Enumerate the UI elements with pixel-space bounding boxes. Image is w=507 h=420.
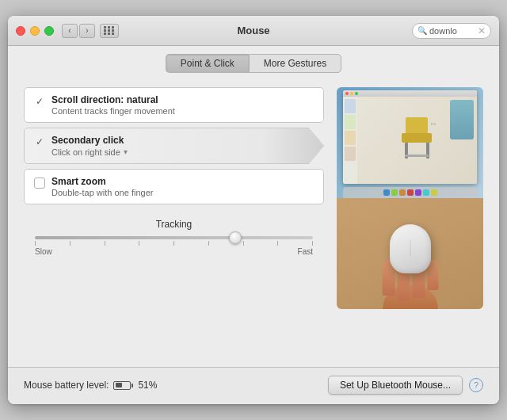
svg-text:irs: irs bbox=[431, 121, 436, 126]
tick-1 bbox=[35, 241, 36, 246]
thumb-3 bbox=[345, 131, 356, 145]
tick-6 bbox=[208, 241, 209, 246]
main-body: ✓ Scroll direction: natural Content trac… bbox=[8, 79, 499, 367]
svg-rect-0 bbox=[406, 117, 428, 135]
screen-dock bbox=[343, 187, 477, 198]
tracking-section: Tracking bbox=[24, 219, 324, 259]
scroll-direction-item: ✓ Scroll direction: natural Content trac… bbox=[24, 87, 324, 123]
nav-buttons: ‹ › bbox=[62, 24, 95, 38]
content-area: Point & Click More Gestures ✓ Scroll dir… bbox=[8, 46, 499, 404]
tracking-slider-thumb[interactable] bbox=[229, 231, 242, 244]
battery-tip bbox=[132, 384, 133, 388]
thumb-4 bbox=[345, 147, 356, 161]
svg-rect-4 bbox=[405, 155, 429, 157]
preview-area: irs bbox=[337, 87, 483, 309]
tab-bar: Point & Click More Gestures bbox=[8, 46, 499, 79]
screen-app-window: irs bbox=[343, 90, 477, 184]
minimize-button[interactable] bbox=[30, 26, 40, 36]
dock-icon-6 bbox=[423, 189, 429, 196]
dock-icon-7 bbox=[431, 189, 437, 196]
tick-7 bbox=[243, 241, 244, 246]
scroll-direction-checkbox[interactable]: ✓ bbox=[34, 96, 45, 107]
battery-icon bbox=[113, 381, 133, 390]
screen-sidebar bbox=[343, 97, 357, 184]
smart-zoom-checkbox[interactable] bbox=[34, 178, 45, 189]
slider-labels: Slow Fast bbox=[32, 246, 316, 256]
window-title: Mouse bbox=[237, 25, 269, 36]
smart-zoom-item: Smart zoom Double-tap with one finger bbox=[24, 169, 324, 204]
grid-icon bbox=[104, 26, 115, 35]
fast-label: Fast bbox=[298, 247, 313, 256]
hand-preview bbox=[337, 198, 483, 309]
secondary-click-item: ✓ Secondary click Click on right side ▾ bbox=[24, 128, 324, 164]
close-button[interactable] bbox=[16, 26, 25, 36]
setup-bluetooth-button[interactable]: Set Up Bluetooth Mouse... bbox=[328, 376, 463, 395]
search-icon: 🔍 bbox=[417, 26, 427, 35]
screen-preview: irs bbox=[337, 87, 483, 198]
screen-content: irs bbox=[343, 97, 477, 184]
dock-icon-3 bbox=[399, 189, 406, 196]
footer: Mouse battery level: 51% Set Up Bluetoot… bbox=[8, 367, 499, 404]
tracking-slider-track bbox=[35, 236, 313, 239]
smart-zoom-subtitle: Double-tap with one finger bbox=[51, 188, 153, 197]
grid-view-button[interactable] bbox=[100, 24, 119, 38]
tick-4 bbox=[139, 241, 139, 246]
mouse-line bbox=[410, 240, 410, 256]
screen-tl-red bbox=[345, 92, 349, 95]
dock-icon-4 bbox=[407, 189, 414, 196]
settings-panel: ✓ Scroll direction: natural Content trac… bbox=[24, 87, 324, 359]
scroll-direction-subtitle: Content tracks finger movement bbox=[51, 106, 175, 116]
tick-2 bbox=[70, 241, 71, 246]
preferences-window: ‹ › Mouse 🔍 downlo ✕ Point & Click More … bbox=[8, 16, 499, 404]
battery-label: Mouse battery level: bbox=[24, 380, 109, 391]
secondary-click-subtitle: Click on right side bbox=[51, 147, 120, 157]
tick-5 bbox=[173, 241, 174, 246]
battery-percent: 51% bbox=[138, 380, 157, 391]
scroll-direction-title: Scroll direction: natural bbox=[51, 94, 175, 105]
slow-label: Slow bbox=[35, 247, 52, 256]
battery-fill bbox=[116, 383, 123, 388]
search-input-display[interactable]: downlo bbox=[429, 26, 478, 36]
back-button[interactable]: ‹ bbox=[62, 24, 78, 38]
battery-info: Mouse battery level: 51% bbox=[24, 380, 157, 391]
secondary-click-title: Secondary click bbox=[51, 135, 128, 146]
forward-button[interactable]: › bbox=[79, 24, 95, 38]
footer-right: Set Up Bluetooth Mouse... ? bbox=[328, 376, 483, 395]
thumb-2 bbox=[345, 115, 356, 129]
screen-titlebar bbox=[343, 90, 477, 97]
tick-8 bbox=[277, 241, 278, 246]
secondary-click-subtitle-row: Click on right side ▾ bbox=[51, 147, 128, 157]
dock-icon-1 bbox=[383, 189, 390, 196]
secondary-click-checkbox[interactable]: ✓ bbox=[34, 136, 45, 147]
mouse-device bbox=[390, 224, 431, 273]
tick-3 bbox=[105, 241, 105, 246]
help-button[interactable]: ? bbox=[469, 378, 483, 392]
tracking-label: Tracking bbox=[32, 219, 316, 230]
chair-illustration: irs bbox=[391, 111, 443, 170]
traffic-lights bbox=[16, 26, 54, 36]
mac-screen-bg: irs bbox=[337, 87, 483, 198]
dock-icon-5 bbox=[415, 189, 421, 196]
screen-main: irs bbox=[357, 97, 477, 184]
battery-body bbox=[113, 381, 131, 390]
screen-tl-yellow bbox=[350, 92, 353, 95]
search-bar[interactable]: 🔍 downlo ✕ bbox=[412, 23, 491, 39]
dock-icon-2 bbox=[391, 189, 398, 196]
thumb-1 bbox=[345, 99, 356, 113]
tab-point-click[interactable]: Point & Click bbox=[166, 54, 249, 73]
smart-zoom-title: Smart zoom bbox=[51, 176, 153, 187]
slider-ticks bbox=[32, 239, 316, 246]
dropdown-arrow-icon[interactable]: ▾ bbox=[124, 147, 128, 156]
scroll-direction-text: Scroll direction: natural Content tracks… bbox=[51, 94, 175, 116]
tracking-slider-container: Slow Fast bbox=[32, 236, 316, 256]
tick-9 bbox=[312, 241, 313, 246]
svg-rect-1 bbox=[402, 133, 432, 143]
titlebar: ‹ › Mouse 🔍 downlo ✕ bbox=[8, 16, 499, 46]
secondary-click-text: Secondary click Click on right side ▾ bbox=[51, 135, 128, 157]
search-clear-button[interactable]: ✕ bbox=[478, 25, 486, 36]
maximize-button[interactable] bbox=[44, 26, 54, 36]
smart-zoom-text: Smart zoom Double-tap with one finger bbox=[51, 176, 153, 197]
tab-more-gestures[interactable]: More Gestures bbox=[249, 54, 341, 73]
screen-tl-green bbox=[355, 92, 358, 95]
